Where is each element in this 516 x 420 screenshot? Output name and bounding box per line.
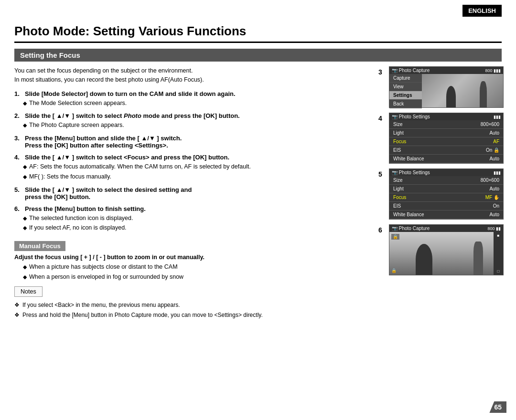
screen-6-cam-icon: 📷 Photo Capture <box>392 226 430 231</box>
step-1-num: 1. <box>14 90 22 97</box>
step-4-sub-0: AF: Sets the focus automatically. When t… <box>29 162 251 171</box>
manual-focus-bullets: ◆When a picture has subjects close or di… <box>23 262 363 282</box>
screen-5: 📷 Photo Settings ▮▮▮ Size 800×600 Light … <box>389 168 504 220</box>
label-size-4: Size <box>393 122 402 127</box>
label-size-5: Size <box>393 178 402 183</box>
label-eis-4: EIS <box>393 147 401 153</box>
footer-note-1: ❖ If you select <Back> in the menu, the … <box>14 301 363 310</box>
manual-focus-header: Manual Focus <box>14 241 65 251</box>
screen-6-status: 800 ▮▮ <box>487 226 501 231</box>
label-light-5: Light <box>393 186 404 191</box>
bottom-icon: 🔒 <box>391 268 397 273</box>
intro-line-2: In most situations, you can record the b… <box>14 75 363 84</box>
label-focus-4: Focus <box>393 139 406 144</box>
label-eis-5: EIS <box>393 203 401 209</box>
screen-5-status: ▮▮▮ <box>494 170 501 175</box>
screen-6-header: 📷 Photo Capture 800 ▮▮ <box>389 225 503 232</box>
step-4-body: Slide the [ ▲/▼ ] switch to select <Focu… <box>25 154 229 161</box>
value-focus-5: MF ✋ <box>485 195 499 200</box>
screen-5-num: 5 <box>378 170 382 178</box>
screen-3: 📷 Photo Capture 800 ▮▮▮ Capture View Set… <box>389 66 504 108</box>
screen-4-cam-icon: 📷 Photo Settings <box>392 114 430 119</box>
value-eis-4: On 🔒 <box>486 147 499 153</box>
step-2-num: 2. <box>14 112 22 119</box>
menu-item-back: Back <box>389 100 422 108</box>
screen-6-num: 6 <box>378 226 382 234</box>
footer-note-1-text: If you select <Back> in the menu, the pr… <box>22 301 180 310</box>
screen-4-status: ▮▮▮ <box>494 115 501 119</box>
screen-5-wrapper: 5 📷 Photo Settings ▮▮▮ Size 800×600 Ligh… <box>389 168 502 220</box>
step-6-sub: ◆The selected function icon is displayed… <box>23 214 363 233</box>
cross-mark-2: ❖ <box>14 311 20 320</box>
screen-3-wrapper: 3 📷 Photo Capture 800 ▮▮▮ Capture View S… <box>389 66 502 108</box>
screen-4: 📷 Photo Settings ▮▮▮ Size 800×600 Light … <box>389 113 504 164</box>
bullet-diamond-7: ◆ <box>23 263 27 272</box>
settings-row-wb-5: White Balance Auto <box>389 210 503 219</box>
screen-5-header: 📷 Photo Settings ▮▮▮ <box>389 169 503 176</box>
label-light-4: Light <box>393 130 404 136</box>
step-6-body: Press the [Menu] button to finish settin… <box>25 205 146 212</box>
step-6-sub-0: The selected function icon is displayed. <box>29 214 133 223</box>
step-5-body: Slide the [ ▲/▼ ] switch to select the d… <box>25 186 192 200</box>
screen-5-settings: Size 800×600 Light Auto Focus MF ✋ EIS <box>389 176 503 219</box>
step-5-main: 5. Slide the [ ▲/▼ ] switch to select th… <box>14 186 363 200</box>
step-3: 3. Press the [Menu] button and slide the… <box>14 135 363 149</box>
step-2: 2. Slide the [ ▲/▼ ] switch to select Ph… <box>14 112 363 130</box>
settings-row-eis-5: EIS On <box>389 202 503 210</box>
screen-4-header: 📷 Photo Settings ▮▮▮ <box>389 113 503 120</box>
bullet-diamond: ◆ <box>23 99 27 108</box>
step-4-main: 4. Slide the [ ▲/▼ ] switch to select <F… <box>14 154 363 161</box>
screen-6-side: ■ □ <box>494 232 503 275</box>
step-1-sub: ◆The Mode Selection screen appears. <box>23 99 363 108</box>
screen-3-image <box>422 74 503 107</box>
intro-line-1: You can set the focus depending on the s… <box>14 66 363 75</box>
value-eis-5: On <box>493 203 499 209</box>
right-column: 3 📷 Photo Capture 800 ▮▮▮ Capture View S… <box>377 66 502 321</box>
screen-4-num: 4 <box>378 115 382 122</box>
step-6-num: 6. <box>14 205 22 212</box>
lang-badge: ENGLISH <box>462 5 502 17</box>
settings-row-focus-4: Focus AF <box>389 137 503 146</box>
menu-item-view: View <box>389 83 422 91</box>
step-2-body: Slide the [ ▲/▼ ] switch to select Photo… <box>25 112 240 119</box>
step-5-num: 5. <box>14 186 22 200</box>
step-1: 1. Slide [Mode Selector] down to turn on… <box>14 90 363 108</box>
screen-5-cam-icon: 📷 Photo Settings <box>392 170 430 175</box>
bullet-diamond-5: ◆ <box>23 214 27 223</box>
menu-item-settings[interactable]: Settings <box>389 91 422 100</box>
left-column: You can set the focus depending on the s… <box>14 66 368 321</box>
step-4: 4. Slide the [ ▲/▼ ] switch to select <F… <box>14 154 363 181</box>
screen-3-header: 📷 Photo Capture 800 ▮▮▮ <box>389 67 503 74</box>
step-4-sub-1: MF( ): Sets the focus manually. <box>29 172 111 181</box>
value-light-5: Auto <box>489 186 499 191</box>
menu-item-capture: Capture <box>389 74 422 83</box>
step-3-body: Press the [Menu] button and slide the [ … <box>25 135 182 149</box>
bullet-diamond-2: ◆ <box>23 121 27 130</box>
child-figure <box>416 244 432 275</box>
settings-row-focus-5: Focus MF ✋ <box>389 193 503 202</box>
step-3-main: 3. Press the [Menu] button and slide the… <box>14 135 363 149</box>
screen-3-status: 800 ▮▮▮ <box>485 68 501 73</box>
screen-6: 📷 Photo Capture 800 ▮▮ 🔒 🔒 <box>389 224 504 275</box>
value-size-5: 800×600 <box>481 178 499 183</box>
value-light-4: Auto <box>489 130 499 136</box>
settings-row-size-4: Size 800×600 <box>389 120 503 129</box>
step-4-num: 4. <box>14 154 22 161</box>
footer-note-2: ❖ Press and hold the [Menu] button in Ph… <box>14 311 363 320</box>
footer-note-2-text: Press and hold the [Menu] button in Phot… <box>22 311 263 320</box>
screen-3-cam-icon: 📷 Photo Capture <box>392 68 430 73</box>
footer-notes: ❖ If you select <Back> in the menu, the … <box>14 301 363 320</box>
step-6-sub-1: If you select AF, no icon is displayed. <box>29 223 127 232</box>
bullet-diamond-3: ◆ <box>23 163 27 171</box>
screen-6-image: 🔒 🔒 <box>389 232 494 275</box>
settings-row-wb-4: White Balance Auto <box>389 155 503 163</box>
page-container: ENGLISH Photo Mode: Setting Various Func… <box>0 0 516 420</box>
bullet-diamond-6: ◆ <box>23 224 27 232</box>
main-title: Photo Mode: Setting Various Functions <box>14 24 502 43</box>
settings-row-light-5: Light Auto <box>389 185 503 193</box>
screen-3-body: Capture View Settings Back <box>389 74 503 107</box>
step-1-body: Slide [Mode Selector] down to turn on th… <box>25 90 236 97</box>
mf-icon: 🔒 <box>391 234 399 240</box>
step-1-sub-0: The Mode Selection screen appears. <box>29 99 127 108</box>
value-size-4: 800×600 <box>481 122 499 127</box>
